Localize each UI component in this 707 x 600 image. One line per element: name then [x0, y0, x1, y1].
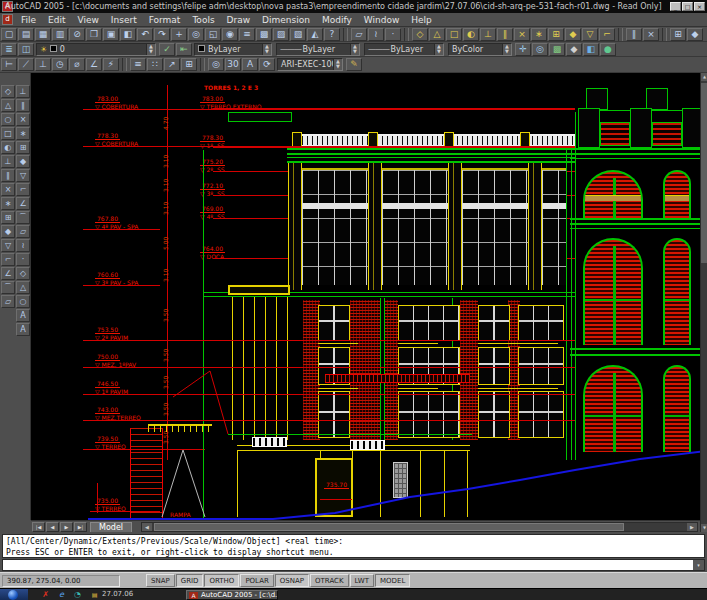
zoom-2-icon[interactable]: ◎ — [532, 43, 548, 56]
move-icon[interactable]: ⊥ — [1, 155, 15, 168]
cut-icon[interactable]: ⊘ — [69, 28, 85, 41]
match-properties-icon[interactable]: ◧ — [120, 28, 136, 41]
dim-baseline-icon[interactable]: ≡ — [130, 58, 146, 71]
tab-first-button[interactable]: |◀ — [32, 522, 45, 532]
drawing-area[interactable]: TORRES 1, 2 E 34.703.103.103.105.003.103… — [31, 73, 700, 520]
rectangle-icon[interactable]: ⊞ — [16, 141, 30, 154]
quicklaunch-app2-icon[interactable]: ◔ — [72, 590, 83, 600]
close-button[interactable]: × — [694, 2, 705, 11]
shade-flat-icon[interactable]: · — [385, 28, 401, 41]
polygon-icon[interactable]: ∗ — [16, 127, 30, 140]
toggle-model[interactable]: MODEL — [375, 574, 410, 587]
plot-icon[interactable]: ▥ — [52, 28, 68, 41]
new-icon[interactable]: ▢ — [1, 28, 17, 41]
dimstyle-select[interactable]: ARI-EXEC-100▲▼ — [277, 58, 343, 71]
snap-center-icon[interactable]: ⊥ — [480, 28, 496, 41]
pan-realtime-icon[interactable]: + — [171, 28, 187, 41]
toggle-osnap[interactable]: OSNAP — [275, 574, 309, 587]
snap-from-icon[interactable]: ◇ — [412, 28, 428, 41]
cube-a-icon[interactable]: ◆ — [566, 43, 582, 56]
revcloud-icon[interactable]: ⌐ — [16, 183, 30, 196]
point-icon[interactable]: ◇ — [16, 267, 30, 280]
cube-c-icon[interactable]: ● — [600, 43, 616, 56]
layer-previous-icon[interactable]: ⇤ — [176, 43, 192, 56]
toggle-snap[interactable]: SNAP — [146, 574, 175, 587]
toggle-ortho[interactable]: ORTHO — [204, 574, 239, 587]
scroll-right-icon[interactable]: ▶ — [687, 523, 697, 531]
dim-aligned-icon[interactable]: ⟋ — [18, 58, 34, 71]
paste-icon[interactable]: ▣ — [103, 28, 119, 41]
chamfer-icon[interactable]: ∠ — [1, 267, 15, 280]
sheetset-manager-icon[interactable]: ▧ — [290, 28, 306, 41]
plotstyle-control-dropdown-icon[interactable]: ▲▼ — [502, 44, 511, 55]
save-icon[interactable]: ▦ — [35, 28, 51, 41]
snap-tangent-icon[interactable]: × — [514, 28, 530, 41]
layer-select[interactable]: ☀ 0▲▼ — [36, 43, 156, 56]
hatch-icon[interactable]: △ — [16, 281, 30, 294]
make-block-icon[interactable]: · — [16, 253, 30, 266]
dimstyle-dropdown-icon[interactable]: ▲▼ — [333, 59, 342, 70]
linetype-control-dropdown-icon[interactable]: ▲▼ — [350, 44, 359, 55]
horizontal-scrollbar[interactable]: ◀ ▶ — [141, 522, 698, 532]
quicklaunch-app1-icon[interactable]: ✗ — [40, 590, 51, 600]
snap-parallel-icon[interactable]: ⊞ — [548, 28, 564, 41]
minimize-button[interactable]: _ — [670, 2, 681, 11]
toggle-grid[interactable]: GRID — [176, 574, 204, 587]
dim-leader-icon[interactable]: ↗ — [164, 58, 180, 71]
pan-2-icon[interactable]: ✛ — [515, 43, 531, 56]
layers-icon[interactable]: ◫ — [18, 43, 34, 56]
dimension-style-icon[interactable]: ✎ — [346, 58, 362, 71]
shade-hidden-icon[interactable]: ≀ — [368, 28, 384, 41]
dim-edit-icon[interactable]: 30 — [225, 58, 241, 71]
maximize-button[interactable]: □ — [682, 2, 693, 11]
erase-icon[interactable]: ◇ — [1, 85, 15, 98]
scroll-left-icon[interactable]: ◀ — [142, 523, 152, 531]
vscroll-thumb[interactable] — [701, 83, 707, 263]
explode-icon[interactable]: ▱ — [1, 295, 15, 308]
dim-diameter-icon[interactable]: ⌀ — [69, 58, 85, 71]
command-input[interactable] — [3, 560, 693, 570]
lineweight-control[interactable]: ——— ByLayer▲▼ — [364, 43, 444, 56]
dim-update-icon[interactable]: ⟳ — [259, 58, 275, 71]
break-icon[interactable]: ⌐ — [1, 253, 15, 266]
dim-angular-icon[interactable]: ∠ — [86, 58, 102, 71]
dim-quick-icon[interactable]: ⚡ — [103, 58, 119, 71]
properties-icon[interactable]: ≡ — [239, 28, 255, 41]
trim-icon[interactable]: ⊞ — [1, 211, 15, 224]
scale-icon[interactable]: × — [1, 183, 15, 196]
break-at-point-icon[interactable]: ▽ — [1, 239, 15, 252]
shade-2d-icon[interactable]: ▱ — [351, 28, 367, 41]
dim-radius-icon[interactable]: ◷ — [52, 58, 68, 71]
fillet-icon[interactable]: ⌒ — [1, 281, 15, 294]
insert-block-icon[interactable]: ≀ — [16, 239, 30, 252]
line-icon[interactable]: ⊥ — [16, 85, 30, 98]
dim-center-mark-icon[interactable]: ◎ — [208, 58, 224, 71]
undo-icon[interactable]: ↶ — [137, 28, 153, 41]
snap-quadrant-icon[interactable]: ∥ — [497, 28, 513, 41]
color-control-dropdown-icon[interactable]: ▲▼ — [262, 44, 271, 55]
dim-tolerance-icon[interactable]: ⊞ — [181, 58, 197, 71]
ucs-world-icon[interactable]: ◆ — [687, 28, 703, 41]
snap-none-icon[interactable]: ⌐ — [599, 28, 615, 41]
region-3-icon[interactable]: ▩ — [549, 43, 565, 56]
open-icon[interactable]: ▤ — [18, 28, 34, 41]
layer-properties-manager-icon[interactable]: ≣ — [1, 43, 17, 56]
toggle-otrack[interactable]: OTRACK — [310, 574, 349, 587]
toggle-lwt[interactable]: LWT — [350, 574, 374, 587]
menu-window[interactable]: Window — [358, 13, 406, 26]
tab-prev-button[interactable]: ◀ — [46, 522, 59, 532]
rotate-icon[interactable]: ∥ — [1, 169, 15, 182]
menu-edit[interactable]: Edit — [42, 13, 71, 26]
hscroll-thumb[interactable] — [154, 523, 624, 531]
redo-icon[interactable]: ↷ — [154, 28, 170, 41]
dim-continue-icon[interactable]: ∷ — [147, 58, 163, 71]
mirror-icon[interactable]: ○ — [1, 113, 15, 126]
zoom-previous-icon[interactable]: ◉ — [222, 28, 238, 41]
task-autocad[interactable]: AAutoCAD 2005 - [c:\d... — [186, 590, 278, 600]
designcenter-icon[interactable]: ▩ — [256, 28, 272, 41]
stretch-icon[interactable]: ∗ — [1, 197, 15, 210]
mtext-icon[interactable]: A — [16, 309, 30, 322]
copy-object-icon[interactable]: △ — [1, 99, 15, 112]
menu-file[interactable]: File — [15, 13, 42, 26]
menu-view[interactable]: View — [72, 13, 105, 26]
